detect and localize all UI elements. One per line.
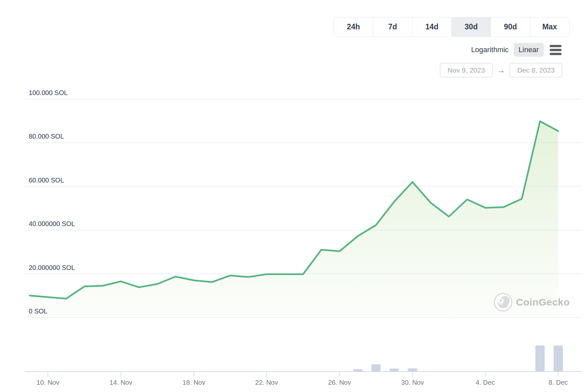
volume-bar	[353, 369, 362, 371]
volume-bar	[408, 368, 417, 371]
x-axis-label: 26. Nov	[318, 379, 361, 386]
volume-bar	[535, 345, 545, 371]
x-axis-label: 8. Dec	[537, 379, 580, 386]
x-axis-label: 14. Nov	[99, 379, 142, 386]
watermark-text: CoinGecko	[516, 297, 570, 308]
y-axis-label: 100.000 SOL	[29, 89, 68, 97]
volume-bar	[554, 345, 563, 371]
x-axis-label: 18. Nov	[172, 379, 215, 386]
coingecko-watermark: CoinGecko	[493, 293, 570, 312]
y-axis-label: 20.000000 SOL	[29, 264, 75, 272]
x-axis	[25, 372, 582, 376]
price-chart[interactable]	[0, 0, 584, 392]
volume-bar	[371, 364, 381, 371]
x-axis-label: 30. Nov	[391, 379, 434, 386]
y-axis-label: 40.000000 SOL	[29, 220, 75, 228]
x-axis-label: 10. Nov	[26, 379, 69, 386]
x-axis-label: 4. Dec	[464, 379, 507, 386]
y-axis-label: 60.000 SOL	[29, 177, 64, 184]
x-axis-label: 22. Nov	[245, 379, 288, 386]
y-axis-label: 0 SOL	[29, 308, 48, 315]
price-area-fill	[30, 121, 558, 318]
volume-bar	[389, 369, 399, 371]
coingecko-logo-icon	[493, 293, 513, 312]
volume-bars	[353, 345, 563, 371]
y-axis-label: 80.000 SOL	[29, 133, 64, 140]
